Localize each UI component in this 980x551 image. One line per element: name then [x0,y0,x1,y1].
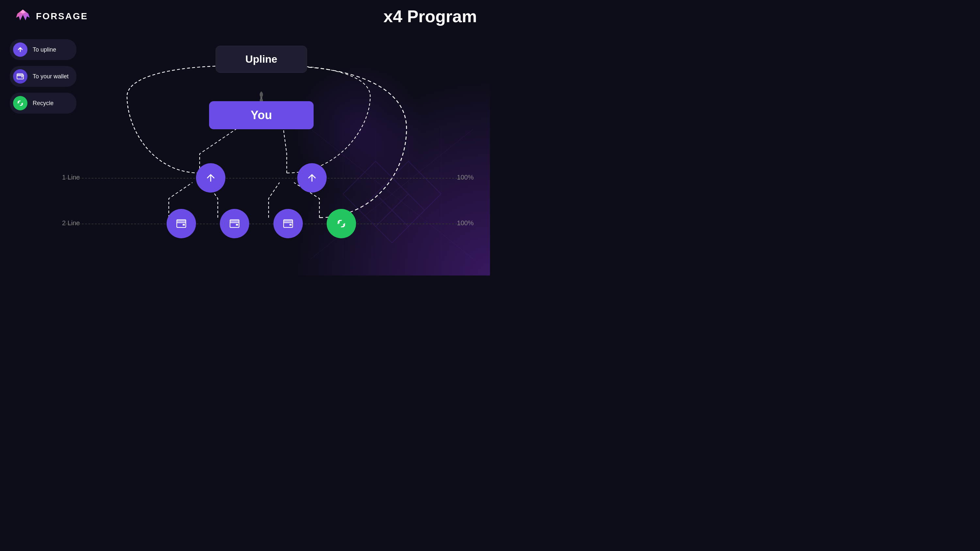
line2-wallet-1 [167,209,196,238]
recycle-icon [13,96,27,110]
app-title: Forsage [36,11,88,22]
program-title: x4 Program [383,6,477,26]
line2-nodes [167,209,356,238]
line2-left-label: 2 Line [62,219,80,227]
line2-wallet-2 [220,209,249,238]
line2-wallet-3 [274,209,303,238]
wallet-icon [13,69,27,84]
forsage-logo-icon [13,8,33,24]
line2-recycle [327,209,356,238]
upline-icon [13,43,27,57]
header: Forsage x4 Program [13,6,477,26]
legend-recycle-label: Recycle [33,100,54,107]
legend: To upline To your wallet Recycle [10,39,76,114]
line2-right-percent: 100% [457,219,474,227]
line1-node-1 [196,163,225,192]
svg-rect-11 [183,224,185,225]
legend-wallet-label: To your wallet [33,73,68,80]
legend-item-recycle: Recycle [10,93,76,114]
logo-area: Forsage [13,8,88,24]
line1-node-2 [297,163,327,192]
legend-upline-label: To upline [33,46,56,53]
svg-rect-13 [236,224,238,225]
legend-item-wallet: To your wallet [10,66,76,87]
svg-rect-15 [290,224,292,225]
upline-label: Upline [245,53,277,65]
you-label: You [251,108,272,122]
line1-right-percent: 100% [457,174,474,181]
you-box: You [209,101,313,129]
legend-item-upline: To upline [10,39,76,60]
line1-left-label: 1 Line [62,174,80,181]
svg-rect-7 [21,76,23,77]
diagram-area: Upline You 1 Line 2 Line 100% 100% [98,33,425,256]
line1-nodes [196,163,327,192]
upline-box: Upline [216,46,307,73]
